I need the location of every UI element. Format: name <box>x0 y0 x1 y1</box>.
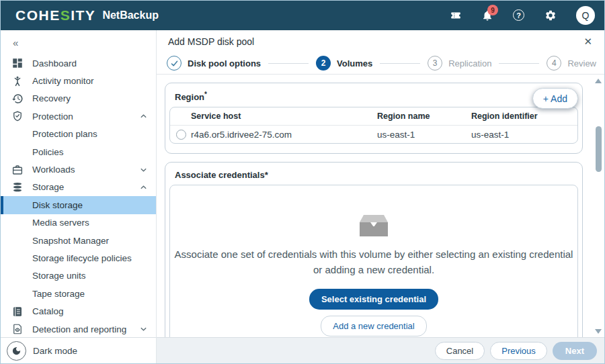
logo-s-glyph: S <box>61 7 71 23</box>
support-ticket-icon[interactable] <box>450 9 462 21</box>
scroll-down-arrow-icon[interactable] <box>595 329 602 334</box>
sidebar-item-label: Policies <box>32 147 64 157</box>
sidebar-nav: « Dashboard Activity monitor Recovery Pr… <box>1 30 157 363</box>
step-connector <box>380 63 420 64</box>
sidebar-item-detection-and-reporting[interactable]: Detection and reporting <box>1 320 156 338</box>
sidebar-item-label: Media servers <box>32 218 89 228</box>
dashboard-icon <box>11 57 24 69</box>
wizard-stepper: Disk pool options 2 Volumes 3 Replicatio… <box>157 52 604 75</box>
scroll-up-arrow-icon[interactable] <box>595 79 602 83</box>
scrollbar-thumb[interactable] <box>596 126 602 172</box>
sidebar-item-media-servers[interactable]: Media servers <box>1 214 156 232</box>
sidebar-item-policies[interactable]: Policies <box>1 143 156 161</box>
region-table-row[interactable]: r4a6.or5.idrivee2-75.com us-east-1 us-ea… <box>170 126 577 143</box>
sidebar-item-catalog[interactable]: Catalog <box>1 302 156 320</box>
step-replication[interactable]: 3 Replication <box>428 56 491 71</box>
sidebar-item-label: Storage lifecycle policies <box>32 253 132 263</box>
sidebar-item-label: Activity monitor <box>32 76 94 86</box>
step-connector <box>499 63 539 64</box>
sidebar-item-storage[interactable]: Storage <box>1 179 156 196</box>
step-label: Volumes <box>337 58 372 69</box>
wizard-content: Region* + Add Service host Region name R… <box>157 75 604 337</box>
moon-icon <box>7 341 26 361</box>
column-service-host: Service host <box>170 111 377 121</box>
storage-disks-icon <box>11 181 24 193</box>
catalog-book-icon <box>11 306 24 318</box>
help-icon[interactable]: ? <box>513 9 525 21</box>
workloads-briefcase-icon <box>11 164 24 176</box>
settings-gear-icon[interactable] <box>544 9 557 21</box>
previous-button[interactable]: Previous <box>490 342 547 360</box>
service-host-value: r4a6.or5.idrivee2-75.com <box>191 130 292 140</box>
sidebar-item-label: Storage units <box>32 271 86 281</box>
sidebar-item-label: Catalog <box>32 306 64 316</box>
logo-text: COHE <box>15 7 61 23</box>
step-label: Replication <box>448 58 491 69</box>
collapse-chevrons-icon: « <box>13 37 17 48</box>
close-icon[interactable]: ✕ <box>583 36 592 46</box>
required-mark: * <box>204 91 207 98</box>
sidebar-item-label: Detection and reporting <box>32 324 126 334</box>
sidebar-item-label: Storage <box>32 182 64 192</box>
sidebar-item-snapshot-manager[interactable]: Snapshot Manager <box>1 232 156 249</box>
step-volumes[interactable]: 2 Volumes <box>316 56 372 71</box>
sidebar-item-disk-storage[interactable]: Disk storage <box>1 196 156 214</box>
sidebar-collapse-button[interactable]: « <box>1 30 156 54</box>
step-number: 3 <box>428 56 442 71</box>
chevron-up-icon <box>140 113 147 119</box>
sidebar-item-recovery[interactable]: Recovery <box>1 90 156 107</box>
step-number: 4 <box>547 56 561 71</box>
sidebar-item-label: Protection plans <box>32 129 97 139</box>
sidebar-item-label: Tape storage <box>32 289 85 299</box>
chevron-up-icon <box>140 185 147 190</box>
dark-mode-label: Dark mode <box>33 346 77 356</box>
step-review[interactable]: 4 Review <box>547 56 596 71</box>
logo-text: ITY <box>71 7 95 23</box>
dark-mode-toggle[interactable]: Dark mode <box>1 337 156 363</box>
detection-report-icon <box>11 323 24 335</box>
cancel-button[interactable]: Cancel <box>435 342 485 360</box>
chevron-down-icon <box>140 326 147 332</box>
region-name-value: us-east-1 <box>377 130 471 140</box>
select-existing-credential-button[interactable]: Select existing credential <box>309 289 438 310</box>
sidebar-item-label: Dashboard <box>32 58 77 69</box>
recovery-history-icon <box>11 93 24 105</box>
step-label: Review <box>567 58 596 69</box>
sidebar-item-label: Snapshot Manager <box>32 236 109 246</box>
cohesity-logo: COHESITY <box>15 7 95 24</box>
add-region-button[interactable]: + Add <box>532 88 578 109</box>
step-disk-pool-options[interactable]: Disk pool options <box>167 56 261 71</box>
wizard-footer: Cancel Previous Next <box>157 337 604 363</box>
app-window: COHESITY NetBackup 9 ? Q « Dashboard <box>0 0 605 364</box>
associate-credentials-label: Associate credentials* <box>165 163 582 180</box>
notifications-bell-icon[interactable]: 9 <box>481 9 493 21</box>
empty-tray-icon <box>358 214 389 238</box>
add-new-credential-button[interactable]: Add a new credential <box>321 316 426 336</box>
region-label: Region* <box>165 83 582 102</box>
region-table: Service host Region name Region identifi… <box>169 107 578 144</box>
chevron-down-icon <box>140 167 147 173</box>
product-name: NetBackup <box>102 9 159 21</box>
sidebar-item-activity-monitor[interactable]: Activity monitor <box>1 72 156 89</box>
sidebar-item-protection[interactable]: Protection <box>1 107 156 125</box>
sidebar-item-workloads[interactable]: Workloads <box>1 161 156 178</box>
vertical-scrollbar[interactable] <box>594 77 603 336</box>
sidebar-item-label: Protection <box>32 111 73 122</box>
step-number: 2 <box>316 56 331 71</box>
region-radio-button[interactable] <box>176 130 186 140</box>
protection-shield-icon <box>11 110 24 122</box>
sidebar-item-storage-units[interactable]: Storage units <box>1 267 156 285</box>
sidebar-item-tape-storage[interactable]: Tape storage <box>1 285 156 302</box>
region-identifier-value: us-east-1 <box>471 130 577 140</box>
sidebar-item-protection-plans[interactable]: Protection plans <box>1 126 156 143</box>
next-button[interactable]: Next <box>553 342 597 360</box>
region-section: Region* + Add Service host Region name R… <box>165 83 583 154</box>
wizard-panel: Add MSDP disk pool ✕ Disk pool options 2… <box>157 30 604 363</box>
associate-credentials-section: Associate credentials* Associate one set… <box>165 162 583 337</box>
sidebar-item-storage-lifecycle-policies[interactable]: Storage lifecycle policies <box>1 249 156 267</box>
sidebar-item-label: Recovery <box>32 93 71 103</box>
user-avatar[interactable]: Q <box>576 6 595 25</box>
sidebar-item-label: Disk storage <box>32 200 83 210</box>
sidebar-item-dashboard[interactable]: Dashboard <box>1 54 156 72</box>
column-region-name: Region name <box>377 111 471 121</box>
